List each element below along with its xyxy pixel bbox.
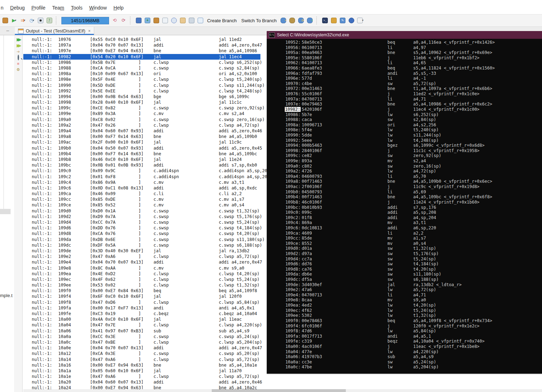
cmd-row[interactable]: 109bc:0b010b93addis7,sp,176: [267, 205, 542, 210]
cmd-row[interactable]: 10986:5b7elws6,252(sp): [267, 112, 542, 117]
cmd-row[interactable]: 1099c:ce82swzero,92(sp): [267, 153, 542, 158]
folder-icon[interactable]: [331, 17, 337, 24]
menu-debug[interactable]: Debug: [10, 5, 25, 11]
gc-icon[interactable]: ⟲: [112, 17, 118, 24]
cmd-row[interactable]: 10a0c:47belwa5,204(sp): [267, 364, 542, 370]
cmd-row[interactable]: 10992:5eeelwt4,248(sp): [267, 138, 542, 143]
cmd-row[interactable]: 109d4:cc7aswt5,24(sp): [267, 257, 542, 262]
cmd-row[interactable]: 109d8:ca76swt4,20(sp): [267, 267, 542, 272]
cmd-row[interactable]: 109a0:c802swzero,16(sp): [267, 164, 542, 169]
cmd-title-bar[interactable]: C:\ Select C:\Windows\system32\cmd.exe: [267, 31, 542, 39]
cmd-row[interactable]: 10962:04100713lia4,65: [267, 60, 542, 66]
collapsed-splitter[interactable]: [0, 209, 11, 214]
profile-project-icon[interactable]: ◷▾: [29, 17, 35, 24]
cmd-row[interactable]: 109d6:dd76swt4,184(sp): [267, 261, 542, 267]
find-icon[interactable]: [16, 55, 21, 60]
output-row[interactable]: null:-1:10a24[0x00 0xE7 0x94 0x63]bnebne…: [23, 385, 542, 389]
cmd-row[interactable]: 109a2:4726lwa4,72(sp): [267, 169, 542, 174]
cmd-row[interactable]: 109fa:0017f713andia4,a5,1: [267, 334, 542, 339]
cmd-row[interactable]: 10a00:4ac0106fj11eac <_vfprintf_r+0x1be8…: [267, 344, 542, 349]
cmd-row[interactable]: 109a8:00f71463bnea4,a5,109b0 <_vfprintf_…: [267, 179, 542, 184]
cmd-row[interactable]: 109e2:47a6lwa5,72(sp): [267, 287, 542, 293]
cmd-row[interactable]: 109ca:4609lia2,2: [267, 231, 542, 236]
minimize-button[interactable]: –: [6, 28, 9, 33]
run-project-icon[interactable]: ▶▾: [11, 17, 17, 24]
terminal-icon[interactable]: >_: [322, 17, 328, 24]
cmd-row[interactable]: 1097a:04700713lia4,71: [267, 97, 542, 102]
switch-to-branch-button[interactable]: Switch To Branch: [241, 18, 277, 23]
db-user-icon[interactable]: [289, 17, 295, 24]
gc-profiler-icon[interactable]: ⟳: [120, 17, 127, 24]
cmd-row[interactable]: 10972:00e31463bnet1,a4,1097a <_vfprintf_…: [267, 86, 542, 91]
cmd-row[interactable]: 1098a:10096713oria4,s2,256: [267, 122, 542, 128]
cmd-row[interactable]: 109ea:4ed2lwt4,20(sp): [267, 303, 542, 308]
circle-badge-icon[interactable]: [348, 17, 355, 24]
step-arrow-icon[interactable]: ➔: [16, 49, 21, 54]
cmd-row[interactable]: 10976:55c0106fj11ed2 <_vfprintf_r+0x1c0e…: [267, 91, 542, 97]
output-settings-icon[interactable]: ⚙: [16, 67, 21, 72]
rerun-icon[interactable]: ▶▶: [16, 37, 21, 42]
clean-build-icon[interactable]: [2, 17, 8, 24]
cmd-row[interactable]: 10990:5ddelws11,244(sp): [267, 133, 542, 138]
horizontal-scrollbar-thumb[interactable]: [212, 389, 346, 392]
cmd-row[interactable]: 109ee:5302lwt1,32(sp): [267, 313, 542, 318]
attach-debugger-icon[interactable]: [37, 17, 44, 24]
cmd-row[interactable]: 10994:000b5463bgezs6,1099c <_vfprintf_r+…: [267, 143, 542, 148]
cmd-row[interactable]: 109f4:6fc0106fj120f0 <_vfprintf_r+0x1e2c…: [267, 324, 542, 329]
cmd-row[interactable]: 109ac:2f00106fj11c9c <_vfprintf_r+0x19d8…: [267, 184, 542, 189]
cmd-row[interactable]: 1099e:893amvs2,a4: [267, 158, 542, 164]
output-row[interactable]: null:-1:10a20[0x04 0x60 0x07 0x13]addiad…: [23, 379, 542, 385]
cmd-row[interactable]: 109e4:04700713lia4,71: [267, 293, 542, 298]
cmd-row[interactable]: 109e8:8caamvs9,a0: [267, 297, 542, 303]
new-file-icon[interactable]: +: [144, 17, 151, 24]
user-database-icon[interactable]: [153, 17, 159, 24]
image-icon[interactable]: [180, 17, 186, 24]
cmd-row[interactable]: 109de:3d4030efjalra,13db2 <_ldtoa_r>: [267, 282, 542, 288]
cmd-row[interactable]: 10956:06100713lia4,97: [267, 45, 542, 50]
db-add-icon[interactable]: +: [280, 17, 287, 24]
debug-project-icon[interactable]: ⇉▾: [20, 17, 26, 24]
cmd-row[interactable]: 109cc:85demva1,s7: [267, 236, 542, 241]
cmd-row[interactable]: 109b8:46c0106fj11e24 <_vfprintf_r+0x1b60…: [267, 200, 542, 205]
cmd-row[interactable]: 10970:c4beswa5,72(sp): [267, 81, 542, 86]
search-docs-icon[interactable]: [171, 17, 177, 24]
cmd-row[interactable]: 109ec:4f62lwt5,24(sp): [267, 308, 542, 313]
cmd-row[interactable]: 109b4:00f71463bnea4,a5,109bc <_vfprintf_…: [267, 194, 542, 200]
cmd-row[interactable]: 10a06:419707b3suba5,a4,s9: [267, 354, 542, 360]
cmd-row[interactable]: 109c4:869amva3,t1: [267, 220, 542, 225]
output-row[interactable]: null:-1:10a1e[0x47 0xA6 ]c.lwspc.lwsp a5…: [23, 374, 542, 379]
window-menu-icon[interactable]: ▾: [357, 17, 363, 24]
cmd-row[interactable]: 10988:cacasws2,84(sp): [267, 117, 542, 122]
create-branch-button[interactable]: Create Branch: [207, 18, 237, 23]
menu-help[interactable]: Help: [114, 5, 124, 11]
menu-tools[interactable]: Tools: [71, 5, 83, 11]
cmd-row[interactable]: 1095a:00ea9463bnes5,a4,10962 <_vfprintf_…: [267, 50, 542, 55]
cmd-row[interactable]: 1095e:5580106fj11eb6 <_vfprintf_r+0x1bf2…: [267, 55, 542, 61]
horizontal-scrollbar[interactable]: [23, 389, 542, 392]
cmd-row[interactable]: 109dc:df5asws6,188(sp): [267, 277, 542, 282]
memory-indicator[interactable]: 1451/1968MB: [61, 17, 109, 24]
copy-docs-icon[interactable]: [188, 17, 195, 24]
cmd-row[interactable]: 109fe:c319beqza4,10a04 <_vfprintf_r+0x74…: [267, 339, 542, 344]
edit-document-icon[interactable]: ✎: [339, 17, 346, 24]
apply-code-changes-icon[interactable]: ⤴: [46, 17, 53, 24]
cmd-row[interactable]: 109c6:0dc10813addia6,sp,220: [267, 225, 542, 231]
cmd-row[interactable]: 109b0:04500793lia5,69: [267, 189, 542, 195]
stop-icon[interactable]: ■: [16, 61, 21, 66]
db-new-icon[interactable]: +: [307, 17, 313, 24]
cmd-row[interactable]: 10a04:477elwa4,220(sp): [267, 349, 542, 355]
menu-profile[interactable]: Profile: [31, 5, 46, 11]
cmd-row[interactable]: 1097e:00e79463bnea5,a4,10986 <_vfprintf_…: [267, 102, 542, 107]
output-row[interactable]: null:-1:10982[0x54 0x20 0x10 0x6F]jaljal…: [23, 54, 260, 60]
cmd-row[interactable]: 109f8:47d6lwa5,84(sp): [267, 328, 542, 334]
cmd-row[interactable]: 1096e:577dlia4,-1: [267, 76, 542, 81]
cmd-row[interactable]: 109d0:d01aswt1,32(sp): [267, 246, 542, 251]
device-icon[interactable]: [136, 17, 142, 24]
cmd-row[interactable]: 10966:6aea8fe3beqs5,a4,11824 <_vfprintf_…: [267, 66, 542, 71]
cmd-row[interactable]: 10952:58e50ce3beqa0,a4,116ea <_vfprintf_…: [267, 40, 542, 45]
cmd-row[interactable]: 1098e:5f4elwt5,240(sp): [267, 127, 542, 133]
cmd-row[interactable]: 109d2:d97aswt5,176(sp): [267, 251, 542, 257]
db-refresh-icon[interactable]: ⟳: [298, 17, 304, 24]
list-view-icon[interactable]: [162, 17, 168, 24]
cmd-row[interactable]: 109f0:00e78463beqa5,a4,109f8 <_vfprintf_…: [267, 318, 542, 324]
